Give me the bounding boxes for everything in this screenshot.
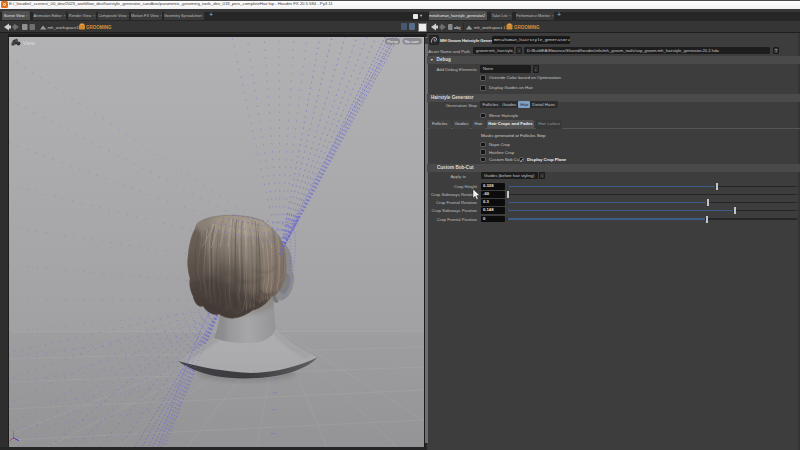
svg-text:Persp: Persp (387, 39, 398, 44)
svg-text:obj: obj (454, 25, 460, 30)
svg-text:mh_workspace1: mh_workspace1 (48, 25, 80, 30)
svg-text:View: View (23, 40, 36, 46)
svg-text:GROOMING: GROOMING (514, 25, 540, 30)
svg-text:No cam: No cam (405, 39, 419, 44)
svg-text:GROOMING: GROOMING (86, 25, 112, 30)
svg-text:mh_workspace1: mh_workspace1 (474, 25, 506, 30)
